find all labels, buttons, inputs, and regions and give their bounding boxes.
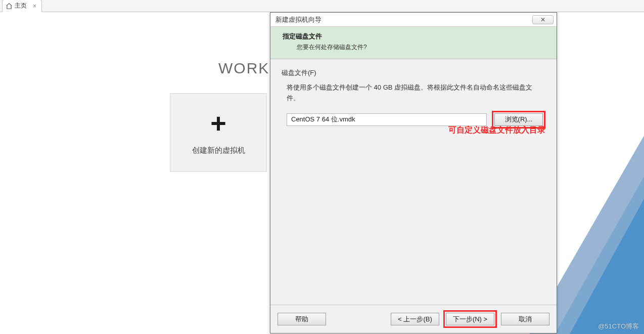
back-button[interactable]: < 上一步(B) xyxy=(391,313,439,325)
dialog-close-button[interactable]: ✕ xyxy=(532,15,554,24)
disk-file-description: 将使用多个磁盘文件创建一个 40 GB 虚拟磁盘。将根据此文件名自动命名这些磁盘… xyxy=(287,82,544,104)
dialog-title: 新建虚拟机向导 xyxy=(275,15,532,24)
next-button[interactable]: 下一步(N) > xyxy=(446,313,494,325)
help-button[interactable]: 帮助 xyxy=(278,313,326,325)
decorative-triangle xyxy=(563,144,644,334)
tab-home[interactable]: 主页 × xyxy=(2,0,42,12)
tab-home-label: 主页 xyxy=(15,2,27,10)
dialog-body: 磁盘文件(F) 将使用多个磁盘文件创建一个 40 GB 虚拟磁盘。将根据此文件名… xyxy=(270,59,557,305)
browse-button[interactable]: 浏览(R)... xyxy=(494,113,543,126)
plus-icon: + xyxy=(210,109,226,137)
tab-close-icon[interactable]: × xyxy=(33,3,36,10)
dialog-titlebar: 新建虚拟机向导 ✕ xyxy=(270,13,557,27)
watermark: @51CTO博客 xyxy=(598,322,639,331)
annotation-text: 可自定义磁盘文件放入目录 xyxy=(448,125,545,136)
dialog-header-subtitle: 您要在何处存储磁盘文件? xyxy=(297,43,549,52)
home-icon xyxy=(6,3,13,10)
dialog-header-title: 指定磁盘文件 xyxy=(283,32,549,41)
disk-file-group-label: 磁盘文件(F) xyxy=(282,68,545,77)
close-icon: ✕ xyxy=(540,16,545,23)
dialog-header: 指定磁盘文件 您要在何处存储磁盘文件? xyxy=(270,27,557,59)
main-area: WORK + 创建新的虚拟机 新建虚拟机向导 ✕ 指定磁盘文件 您要在何处存储磁… xyxy=(0,12,644,334)
tabstrip: 主页 × xyxy=(0,0,644,12)
new-vm-wizard-dialog: 新建虚拟机向导 ✕ 指定磁盘文件 您要在何处存储磁盘文件? 磁盘文件(F) 将使… xyxy=(270,12,557,333)
next-highlight: 下一步(N) > xyxy=(443,310,497,328)
disk-file-input[interactable] xyxy=(287,113,487,126)
create-vm-tile[interactable]: + 创建新的虚拟机 xyxy=(170,93,267,172)
create-vm-label: 创建新的虚拟机 xyxy=(192,146,245,155)
dialog-footer: 帮助 < 上一步(B) 下一步(N) > 取消 xyxy=(270,305,557,333)
workstation-heading: WORK xyxy=(218,60,269,77)
cancel-button[interactable]: 取消 xyxy=(501,313,549,325)
